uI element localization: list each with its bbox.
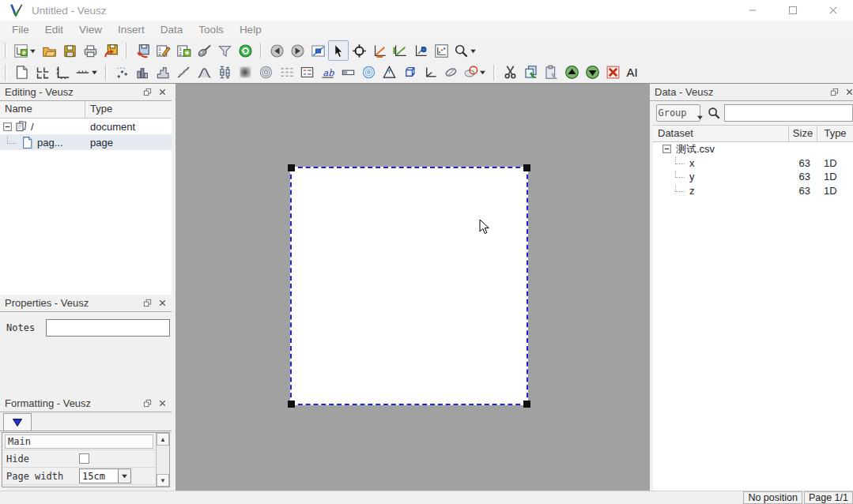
edit-data-button[interactable]: 12: [153, 40, 173, 61]
add-key-button[interactable]: [296, 62, 317, 83]
notes-input[interactable]: [46, 319, 170, 337]
select-items-button[interactable]: [328, 40, 349, 61]
scrollbar-track[interactable]: [157, 446, 169, 474]
delete-widget-button[interactable]: [602, 62, 623, 83]
add-ternary-button[interactable]: [379, 62, 399, 83]
filter-data-button[interactable]: [214, 40, 235, 61]
cut-widget-button[interactable]: [500, 62, 520, 83]
minimize-button[interactable]: [732, 0, 772, 21]
previous-page-button[interactable]: [266, 40, 287, 61]
add-3d-scene-button[interactable]: [399, 62, 420, 83]
tab-main-formatting[interactable]: [3, 413, 32, 431]
menu-edit[interactable]: Edit: [37, 21, 71, 39]
dataset-row-z[interactable]: z631D: [653, 184, 853, 198]
page-widget[interactable]: [290, 167, 528, 405]
menu-insert[interactable]: Insert: [110, 21, 153, 39]
float-panel-icon[interactable]: [141, 86, 153, 99]
dataset-row-y[interactable]: y631D: [653, 170, 853, 184]
add-axis-menu-button[interactable]: [73, 62, 100, 83]
formatting-scrollbar[interactable]: ▲ ▼: [156, 433, 169, 487]
resize-handle-bottom-left[interactable]: [288, 401, 295, 408]
expand-minus-icon[interactable]: [662, 145, 671, 153]
add-function-button[interactable]: [194, 62, 214, 83]
scroll-down-icon[interactable]: ▼: [157, 474, 169, 487]
add-polar-button[interactable]: [358, 62, 379, 83]
close-panel-icon[interactable]: [156, 86, 168, 99]
create-data-button[interactable]: 12: [173, 40, 194, 61]
add-shape-menu-button[interactable]: [461, 62, 489, 83]
resize-handle-top-right[interactable]: [523, 164, 530, 171]
open-document-button[interactable]: [39, 40, 59, 61]
paste-widget-button[interactable]: [541, 62, 561, 83]
dataset-row-x[interactable]: x631D: [653, 156, 853, 171]
column-header-size[interactable]: Size: [789, 126, 817, 141]
column-header-type[interactable]: Type: [85, 101, 172, 118]
close-panel-icon[interactable]: [843, 86, 853, 99]
maximize-button[interactable]: [772, 0, 813, 21]
group-dropdown[interactable]: Group: [656, 104, 700, 122]
menu-tools[interactable]: Tools: [191, 21, 232, 39]
menu-view[interactable]: View: [71, 21, 110, 39]
capture-data-button[interactable]: [194, 40, 214, 61]
print-document-button[interactable]: [80, 40, 100, 61]
resize-handle-top-left[interactable]: [288, 164, 295, 171]
add-histogram-button[interactable]: [153, 62, 173, 83]
new-document-button[interactable]: [11, 40, 39, 61]
add-covariance-button[interactable]: [440, 62, 461, 83]
column-header-dataset[interactable]: Dataset: [653, 126, 789, 141]
resize-handle-bottom-right[interactable]: [523, 401, 530, 408]
add-page-button[interactable]: [11, 62, 32, 83]
chevron-down-icon[interactable]: [118, 469, 130, 483]
add-xy-button[interactable]: [111, 62, 132, 83]
recenter-graph-button[interactable]: [410, 40, 431, 61]
add-axis-button[interactable]: [52, 62, 73, 83]
float-panel-icon[interactable]: [141, 397, 153, 410]
move-down-widget-button[interactable]: [582, 62, 602, 83]
move-up-widget-button[interactable]: [561, 62, 582, 83]
rename-widget-button[interactable]: AI: [623, 62, 644, 83]
close-button[interactable]: [813, 0, 853, 21]
tree-row-document[interactable]: /document: [0, 118, 172, 134]
add-label-button[interactable]: ab: [317, 62, 338, 83]
add-3d-axis-button[interactable]: [420, 62, 440, 83]
float-panel-icon[interactable]: [141, 297, 153, 310]
column-header-name[interactable]: Name: [0, 101, 85, 118]
close-panel-icon[interactable]: [156, 297, 168, 310]
chevron-down-icon[interactable]: [479, 69, 486, 76]
expand-minus-icon[interactable]: [3, 122, 12, 131]
zoom-y-axis-button[interactable]: [390, 40, 410, 61]
add-image-button[interactable]: [235, 62, 255, 83]
chevron-down-icon[interactable]: [29, 47, 36, 55]
dataset-row-file[interactable]: 测试.csv: [653, 142, 853, 156]
menu-help[interactable]: Help: [232, 21, 270, 39]
float-panel-icon[interactable]: [828, 86, 840, 99]
hide-checkbox[interactable]: [79, 453, 89, 464]
column-header-type[interactable]: Type: [817, 126, 853, 141]
zoom-x-axis-button[interactable]: [369, 40, 390, 61]
save-document-button[interactable]: [59, 40, 80, 61]
reload-data-button[interactable]: [235, 40, 255, 61]
import-data-button[interactable]: [132, 40, 153, 61]
next-page-button[interactable]: [287, 40, 308, 61]
add-bar-chart-button[interactable]: [132, 62, 153, 83]
plot-canvas[interactable]: [176, 84, 650, 491]
scroll-up-icon[interactable]: ▲: [157, 433, 169, 446]
menu-data[interactable]: Data: [153, 21, 191, 39]
export-document-button[interactable]: [100, 40, 121, 61]
menu-file[interactable]: File: [4, 21, 37, 39]
view-whole-plot-button[interactable]: [431, 40, 451, 61]
copy-widget-button[interactable]: [520, 62, 541, 83]
tree-row-page[interactable]: pag...page: [0, 134, 172, 150]
add-contour-button[interactable]: [255, 62, 276, 83]
zoom-menu-button[interactable]: [451, 40, 479, 61]
read-data-points-button[interactable]: [349, 40, 369, 61]
chevron-down-icon[interactable]: [91, 69, 98, 76]
zoom-into-graph-button[interactable]: [308, 40, 328, 61]
dataset-search-input[interactable]: [724, 104, 853, 122]
add-vector-field-button[interactable]: [276, 62, 296, 83]
add-boxplot-button[interactable]: [214, 62, 235, 83]
close-panel-icon[interactable]: [156, 397, 168, 410]
add-colorbar-button[interactable]: [338, 62, 358, 83]
page-width-combobox[interactable]: 15cm: [79, 468, 131, 483]
chevron-down-icon[interactable]: [470, 47, 477, 55]
